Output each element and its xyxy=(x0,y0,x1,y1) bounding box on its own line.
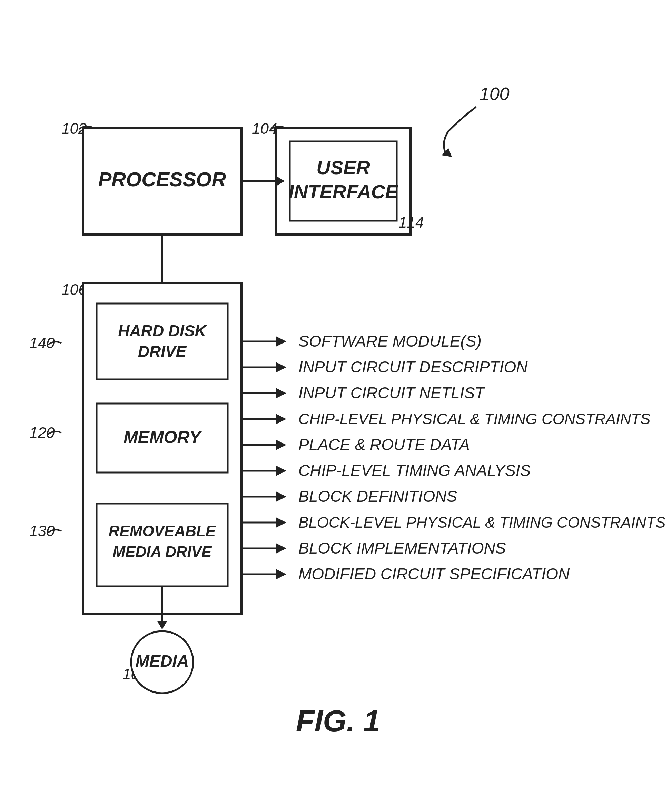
ui-label-line1: USER xyxy=(316,157,370,178)
media-label: MEDIA xyxy=(136,652,189,670)
item-7: BLOCK DEFINITIONS xyxy=(298,488,457,505)
item-10: MODIFIED CIRCUIT SPECIFICATION xyxy=(298,565,570,583)
item-2: INPUT CIRCUIT DESCRIPTION xyxy=(298,358,528,376)
removable-label-line1: REMOVEABLE xyxy=(109,523,216,539)
processor-label: PROCESSOR xyxy=(98,168,226,190)
hdd-label-line2: DRIVE xyxy=(138,342,187,360)
memory-label: MEMORY xyxy=(123,428,203,447)
item-6: CHIP-LEVEL TIMING ANALYSIS xyxy=(298,462,531,480)
hdd-label-line1: HARD DISK xyxy=(118,322,207,340)
item-3: INPUT CIRCUIT NETLIST xyxy=(298,384,485,402)
removable-label-line2: MEDIA DRIVE xyxy=(113,543,212,560)
diagram-container: 100 102 PROCESSOR 104 USER INTERFACE 114 xyxy=(0,0,672,796)
item-5: PLACE & ROUTE DATA xyxy=(298,436,470,454)
ref-100-label: 100 xyxy=(480,84,509,104)
item-4: CHIP-LEVEL PHYSICAL & TIMING CONSTRAINTS xyxy=(298,411,650,427)
hdd-box xyxy=(97,304,228,379)
item-8: BLOCK-LEVEL PHYSICAL & TIMING CONSTRAINT… xyxy=(298,514,666,531)
item-1: SOFTWARE MODULE(S) xyxy=(298,332,482,350)
ref-114-label: 114 xyxy=(398,214,424,231)
figure-label: FIG. 1 xyxy=(296,703,381,738)
item-9: BLOCK IMPLEMENTATIONS xyxy=(298,539,506,557)
ui-label-line2: INTERFACE xyxy=(288,181,398,203)
